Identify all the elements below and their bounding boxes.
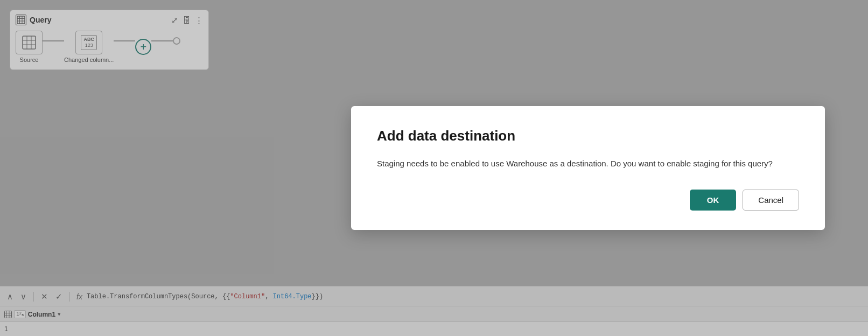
cancel-button[interactable]: Cancel xyxy=(743,190,799,211)
modal-body: Staging needs to be enabled to use Wareh… xyxy=(377,157,799,170)
modal-actions: OK Cancel xyxy=(377,190,799,211)
add-data-destination-modal: Add data destination Staging needs to be… xyxy=(351,106,825,230)
ok-button[interactable]: OK xyxy=(690,190,737,211)
modal-overlay: Add data destination Staging needs to be… xyxy=(0,0,868,336)
modal-title: Add data destination xyxy=(377,128,799,144)
